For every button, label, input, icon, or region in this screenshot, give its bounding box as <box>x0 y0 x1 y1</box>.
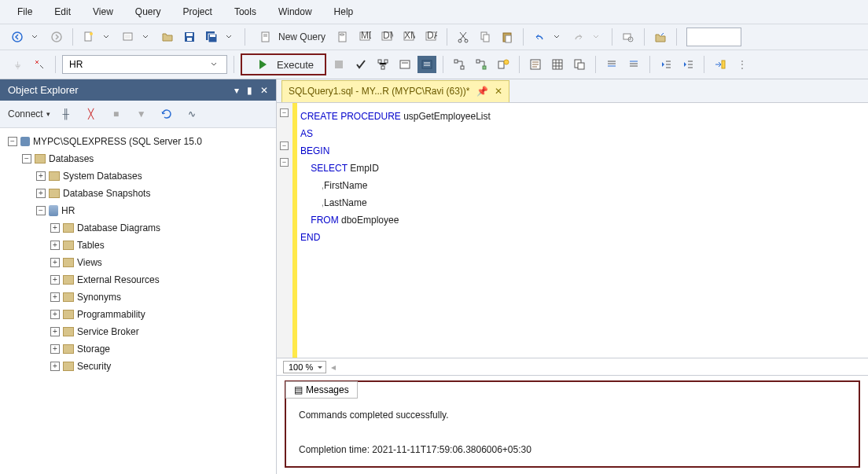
object-explorer-panel: Object Explorer ▾ ▮ ✕ Connect▾ ╫ ╳ ■ ▼ ∿… <box>0 79 277 474</box>
tree-item[interactable]: +External Resources <box>3 271 273 288</box>
tree-databases[interactable]: −Databases <box>3 150 273 167</box>
dropdown-icon[interactable]: ▾ <box>234 85 239 96</box>
messages-output[interactable]: Commands completed successfully. Complet… <box>286 399 859 466</box>
menu-project[interactable]: Project <box>172 3 223 20</box>
close-icon[interactable]: ✕ <box>260 85 268 96</box>
menu-bar: File Edit View Query Project Tools Windo… <box>0 0 868 24</box>
tree-system-databases[interactable]: +System Databases <box>3 167 273 185</box>
dmx-icon[interactable]: DMX <box>377 28 396 46</box>
copy-icon[interactable] <box>476 28 495 46</box>
object-explorer-tree[interactable]: −MYPC\SQLEXPRESS (SQL Server 15.0 −Datab… <box>0 128 276 474</box>
stop-action-icon: ■ <box>107 105 126 123</box>
activity-monitor-icon[interactable] <box>651 28 670 46</box>
code-gutter: − − − <box>277 103 294 358</box>
intellisense-icon[interactable] <box>417 56 436 73</box>
zoom-select[interactable]: 100 % <box>283 361 326 373</box>
tree-snapshots[interactable]: +Database Snapshots <box>3 185 273 202</box>
nav-forward-button <box>47 28 66 46</box>
undo-button[interactable] <box>530 28 566 46</box>
svg-text:DAX: DAX <box>427 31 437 41</box>
code-editor[interactable]: CREATE PROCEDURE uspGetEmployeeList AS B… <box>294 103 868 358</box>
menu-window[interactable]: Window <box>267 3 323 20</box>
svg-rect-58 <box>578 63 584 69</box>
xmla-icon[interactable]: XMLA <box>399 28 418 46</box>
database-combo[interactable]: HR <box>62 55 227 74</box>
query-type-icon[interactable] <box>333 28 352 46</box>
plug-icon[interactable]: ⏚ <box>8 56 27 73</box>
tree-item[interactable]: +Service Broker <box>3 323 273 340</box>
tree-item[interactable]: +Views <box>3 254 273 271</box>
connect-button[interactable]: Connect▾ <box>8 108 50 119</box>
refresh-icon[interactable] <box>157 105 176 123</box>
results-grid-icon[interactable] <box>548 56 567 73</box>
find-icon[interactable] <box>619 28 638 46</box>
new-query-label: New Query <box>278 31 326 42</box>
messages-tab[interactable]: ▤ Messages <box>285 381 358 399</box>
document-tab[interactable]: SQLQuery1.sql - MY...R (MYPC\Ravi (63))*… <box>281 80 509 102</box>
comment-icon[interactable] <box>602 56 621 73</box>
scroll-left-icon[interactable]: ◂ <box>331 362 336 373</box>
pulse-icon[interactable]: ∿ <box>182 105 201 123</box>
fold-icon[interactable]: − <box>280 108 289 117</box>
filter-icon[interactable]: ▼ <box>132 105 151 123</box>
dax-icon[interactable]: DAX <box>421 28 440 46</box>
menu-edit[interactable]: Edit <box>43 3 82 20</box>
live-stats-icon[interactable] <box>472 56 491 73</box>
svg-rect-37 <box>400 61 410 68</box>
save-all-button[interactable] <box>202 28 238 46</box>
tree-server[interactable]: −MYPC\SQLEXPRESS (SQL Server 15.0 <box>3 133 273 150</box>
uncomment-icon[interactable] <box>624 56 643 73</box>
tree-item[interactable]: +Storage <box>3 340 273 358</box>
disconnect-icon[interactable]: ╳ <box>82 105 101 123</box>
pin-icon[interactable]: 📌 <box>476 86 488 97</box>
parse-icon[interactable] <box>351 56 370 73</box>
menu-query[interactable]: Query <box>124 3 172 20</box>
pin-icon[interactable]: ▮ <box>247 85 252 96</box>
fold-icon[interactable]: − <box>280 141 289 150</box>
tree-item[interactable]: +Synonyms <box>3 288 273 306</box>
more-icon[interactable]: ⋮ <box>733 56 752 73</box>
fold-icon[interactable]: − <box>280 158 289 167</box>
tree-item[interactable]: +Programmability <box>3 306 273 323</box>
mdx-icon[interactable]: MDX <box>355 28 374 46</box>
new-query-button[interactable]: New Query <box>252 28 330 46</box>
save-button[interactable] <box>180 28 199 46</box>
svg-text:XMLA: XMLA <box>404 31 415 41</box>
tree-hr-db[interactable]: −HR <box>3 202 273 219</box>
client-stats-icon[interactable] <box>494 56 513 73</box>
close-tab-icon[interactable]: ✕ <box>495 86 502 97</box>
results-text-icon[interactable] <box>526 56 545 73</box>
toolbar-main: New Query MDX DMX XMLA DAX <box>0 24 868 50</box>
menu-file[interactable]: File <box>6 3 43 20</box>
include-plan-icon[interactable] <box>450 56 469 73</box>
folder-icon <box>63 362 74 371</box>
svg-rect-45 <box>483 66 486 69</box>
quick-launch-input[interactable] <box>686 28 741 46</box>
indent-increase-icon[interactable] <box>679 56 697 73</box>
tree-item[interactable]: +Tables <box>3 237 273 254</box>
menu-view[interactable]: View <box>82 3 124 20</box>
results-file-icon[interactable] <box>570 56 589 73</box>
cut-icon[interactable] <box>454 28 473 46</box>
svg-rect-28 <box>484 35 489 42</box>
folder-icon <box>63 258 74 267</box>
tree-item[interactable]: +Security <box>3 358 273 375</box>
connect-plug-icon[interactable]: ╫ <box>57 105 75 123</box>
menu-tools[interactable]: Tools <box>223 3 267 20</box>
nav-back-button[interactable] <box>8 28 44 46</box>
execute-button[interactable]: Execute <box>241 53 326 75</box>
object-explorer-title: Object Explorer <box>8 84 79 96</box>
open-folder-button[interactable] <box>158 28 177 46</box>
query-options-icon[interactable] <box>395 56 414 73</box>
new-project-button[interactable] <box>119 28 155 46</box>
svg-rect-8 <box>187 38 192 41</box>
specify-values-icon[interactable] <box>711 56 730 73</box>
tree-item[interactable]: +Database Diagrams <box>3 219 273 237</box>
execution-plan-icon[interactable] <box>373 56 392 73</box>
new-file-button[interactable] <box>79 28 116 46</box>
indent-decrease-icon[interactable] <box>657 56 675 73</box>
paste-icon[interactable] <box>498 28 517 46</box>
chevron-down-icon <box>204 56 223 73</box>
change-connection-icon[interactable] <box>30 56 49 73</box>
menu-help[interactable]: Help <box>323 3 365 20</box>
